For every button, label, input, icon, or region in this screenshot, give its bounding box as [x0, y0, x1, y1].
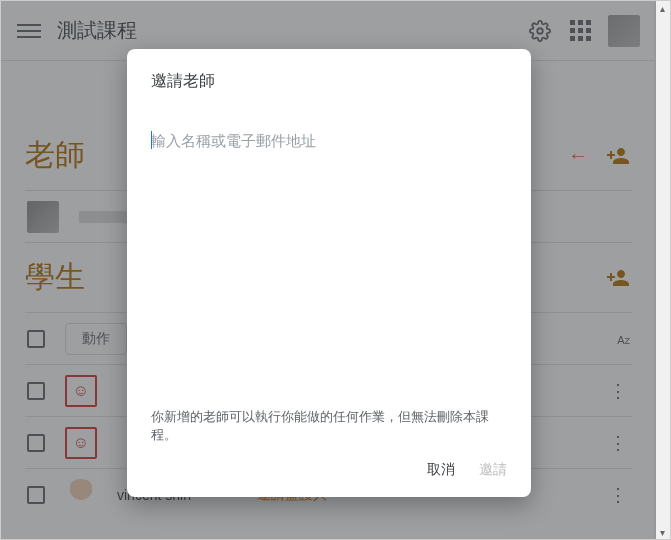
viewport: 測試課程 老師 ← [1, 1, 656, 539]
invite-teacher-dialog: 邀請老師 你新增的老師可以執行你能做的任何作業，但無法刪除本課程。 取消 邀請 [127, 49, 531, 497]
scroll-up-icon[interactable]: ▴ [660, 1, 665, 17]
invite-button[interactable]: 邀請 [479, 461, 507, 479]
dialog-actions: 取消 邀請 [151, 461, 507, 485]
dialog-title: 邀請老師 [151, 71, 507, 92]
recipient-input[interactable] [151, 128, 341, 154]
scroll-down-icon[interactable]: ▾ [660, 525, 665, 540]
dialog-input-wrap [151, 128, 507, 154]
dialog-note: 你新增的老師可以執行你能做的任何作業，但無法刪除本課程。 [151, 408, 507, 446]
cancel-button[interactable]: 取消 [427, 461, 455, 479]
text-caret [151, 131, 152, 149]
outer-scrollbar[interactable]: ▴ ▾ [654, 1, 670, 540]
